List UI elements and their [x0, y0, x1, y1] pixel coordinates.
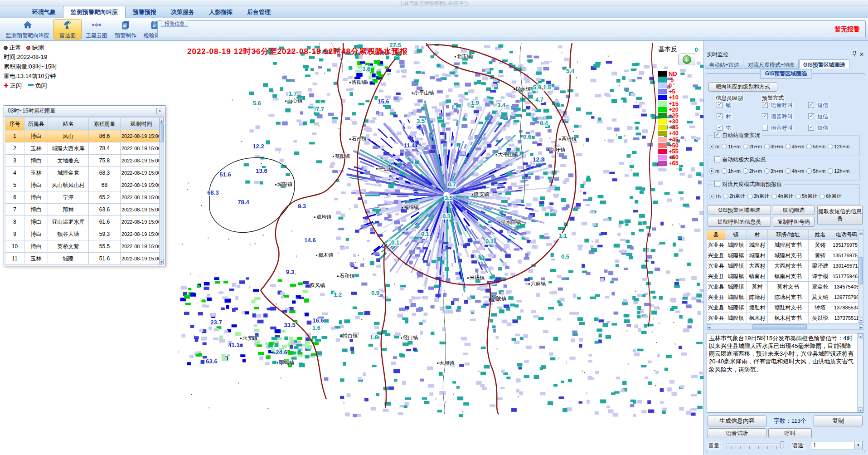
menu-tab-环境气象[interactable]: 环境气象	[25, 6, 63, 18]
rain-table-row[interactable]: 6博白宁潭65.22022-08-19 15:00	[5, 191, 162, 204]
scroll-thumb[interactable]	[858, 257, 863, 284]
checkbox-sms[interactable]	[808, 102, 814, 108]
menu-tab-决策服务[interactable]: 决策服务	[164, 6, 202, 18]
rain-table[interactable]: 序号所属县站名累积雨量观测时间1博白凤山86.62022-08-19 15:00…	[5, 117, 162, 265]
radio-4h累计[interactable]: 4h累计	[771, 193, 793, 200]
checkbox-自动站雨量实况[interactable]	[714, 132, 720, 138]
volume-slider[interactable]	[727, 444, 786, 445]
scroll-up-icon[interactable]: ▲	[858, 333, 863, 338]
contacts-col-header[interactable]: 镇	[725, 230, 747, 240]
radio-3h+m[interactable]: 3h+m	[764, 144, 783, 149]
close-icon[interactable]: ×	[156, 108, 163, 114]
gis-select-button[interactable]: GIS预警区域圈选	[708, 205, 771, 215]
radio-4h+m[interactable]: 4h+m	[786, 144, 805, 149]
radio-4h+m[interactable]: 4h+m	[786, 168, 805, 174]
chevron-down-icon[interactable]: ▼	[854, 442, 862, 449]
rain-col-header[interactable]: 站名	[48, 118, 89, 130]
checkbox-voice-call[interactable]	[762, 102, 768, 108]
rain-table-row[interactable]: 11玉林城隍51.62022-08-19 15:00	[5, 253, 162, 265]
checkbox-自动站极大风实况[interactable]	[714, 157, 720, 162]
warning-message-text[interactable]: 玉林市气象台19日5时15分发布暴雨橙色预警信号：4时以来兴业县城隍大西水库已出…	[707, 333, 863, 413]
scroll-thumb[interactable]	[160, 123, 164, 142]
speed-select[interactable]: 1 ▼	[811, 441, 863, 450]
radio-1h+m[interactable]: 1h+m	[722, 168, 741, 174]
copy-button[interactable]: 复制	[814, 416, 863, 426]
checkbox-sms[interactable]	[808, 125, 814, 131]
checkbox-voice-call[interactable]	[762, 125, 768, 131]
rain-table-vscrollbar[interactable]: ▲ ▼	[159, 117, 164, 264]
rain-table-row[interactable]: 2玉林城隍大西水库78.42022-08-19 15:00	[5, 142, 162, 155]
checkbox-voice-call[interactable]	[762, 113, 768, 119]
contacts-vscrollbar[interactable]: ▲ ▼	[858, 230, 863, 323]
contacts-row[interactable]: 兴业县城隍镇莫村莫村支书覃金乾134575405	[707, 282, 861, 292]
rain-table-row[interactable]: 7博白那林63.62022-08-19 15:00	[5, 204, 162, 216]
radio-5h累计[interactable]: 5h累计	[795, 193, 817, 200]
rain-table-window[interactable]: 03时~15时累积雨量 × 序号所属县站名累积雨量观测时间1博白凤山86.620…	[4, 105, 165, 266]
radio-12h+m[interactable]: 12h+m	[828, 168, 849, 174]
contacts-row[interactable]: 兴业县城隍镇镇南村镇南村支书谭于模1517759461	[707, 271, 861, 282]
contacts-col-header[interactable]: 职务/地址	[768, 230, 809, 240]
menu-tab-后台管理[interactable]: 后台管理	[240, 6, 278, 18]
rain-table-row[interactable]: 4玉林城隍金党68.32022-08-19 15:00	[5, 167, 162, 179]
radio-3h+m[interactable]: 3h+m	[764, 168, 783, 174]
menu-tab-人影指挥[interactable]: 人影指挥	[202, 6, 240, 18]
contacts-row[interactable]: 兴业县城隍镇枫木村枫木村支书吴以悦137375511	[707, 313, 861, 323]
cancel-select-button[interactable]: 取消圈选	[773, 205, 815, 215]
checkbox-镇[interactable]	[717, 102, 723, 108]
radio-1h+m[interactable]: 1h+m	[722, 144, 741, 149]
rain-col-header[interactable]: 观测时间	[121, 118, 162, 130]
pin-icon[interactable]	[851, 51, 858, 58]
contacts-row[interactable]: 兴业县城隍镇城隍村城隍村支书黄铸1351769751	[707, 250, 861, 261]
extract-sms-informers-button[interactable]: 提取发短信的信息员	[817, 205, 863, 225]
checkbox-屯[interactable]	[717, 125, 723, 131]
menu-tab-监测预警靶向叫应[interactable]: 监测预警靶向叫应	[63, 6, 126, 18]
contacts-row[interactable]: 兴业县城隍镇城隍村城隍村支书黄铸1351769751	[707, 240, 861, 250]
radio-5h+m[interactable]: 5h+m	[806, 168, 825, 174]
contacts-col-header[interactable]: 村	[747, 230, 768, 240]
radio-3h累计[interactable]: 3h累计	[747, 193, 769, 200]
checkbox-对流尺度模式降雨预报值[interactable]	[714, 181, 720, 187]
scroll-down-icon[interactable]: ▼	[859, 318, 863, 323]
toolbar-button-雷达图[interactable]: 雷达图	[53, 19, 82, 39]
rain-table-row[interactable]: 9博白顿谷大塘59.32022-08-19 15:00	[5, 228, 162, 240]
generate-message-button[interactable]: 生成信息内容	[708, 416, 766, 426]
rain-table-row[interactable]: 1博白凤山86.62022-08-19 15:00	[5, 130, 162, 142]
rain-table-row[interactable]: 3博白文地姜充75.82022-08-19 15:00	[5, 155, 162, 167]
rain-col-header[interactable]: 序号	[5, 118, 24, 130]
panel-tab-GIS预警区域圈选[interactable]: GIS预警区域圈选	[799, 59, 849, 68]
menu-tab-预警预报[interactable]: 预警预报	[126, 6, 164, 18]
radio-2h累计[interactable]: 2h累计	[723, 193, 745, 200]
voice-preview-button[interactable]: 语音试听	[708, 428, 766, 438]
zoom-in-button[interactable]: ＋	[678, 54, 695, 65]
contacts-row[interactable]: 兴业县城隍镇塘肚村塘肚村支书钟塔137885534	[707, 303, 861, 313]
contacts-col-header[interactable]: 电话号码	[832, 230, 861, 240]
contacts-row[interactable]: 兴业县城隍镇陈塘村陈塘村支书莫文绍139775796	[707, 292, 861, 303]
rain-table-row[interactable]: 10博白英桥文黎55.52022-08-19 15:00	[5, 240, 162, 253]
contacts-table[interactable]: 县镇村职务/地址姓名电话号码兴业县城隍镇城隍村城隍村支书黄铸1351769751…	[707, 230, 861, 323]
radio-2h+m[interactable]: 2h+m	[743, 144, 762, 149]
rain-table-row[interactable]: 5博白凤山镇凤山村682022-08-19 15:00	[5, 179, 162, 191]
rain-table-row[interactable]: 8博白亚山温罗水库61.62022-08-19 15:00	[5, 216, 162, 228]
rain-col-header[interactable]: 所属县	[24, 118, 48, 130]
toolbar-button-监测预警靶向叫应[interactable]: 监测预警靶向叫应	[3, 19, 53, 39]
scroll-up-icon[interactable]: ▲	[859, 230, 863, 235]
radio-m[interactable]: m	[709, 144, 719, 149]
toolbar-button-卫星云图[interactable]: 卫星云图	[82, 19, 111, 39]
rain-window-titlebar[interactable]: 03时~15时累积雨量 ×	[4, 106, 165, 117]
contacts-col-header[interactable]: 县	[707, 230, 725, 240]
contacts-row[interactable]: 兴业县城隍镇大西村大西村支书梁泽建1301495711	[707, 261, 861, 271]
panel-tab-自动站+雷达[interactable]: 自动站+雷达	[705, 60, 743, 69]
radio-6h累计[interactable]: 6h累计	[820, 193, 841, 200]
slider-thumb[interactable]	[780, 441, 784, 448]
radar-map[interactable]: ♀♀♀♀♀♀♀♀♀♀♀♀♀♀♀♀♀♀♀♀♀♀♀♀♀♀♀♀♀♀♀♀♀♀♀♀♀♀♀♀…	[0, 41, 703, 455]
call-button[interactable]: 呼叫	[768, 428, 812, 438]
contacts-col-header[interactable]: 姓名	[809, 230, 832, 240]
toolbar-button-预警制作[interactable]: 预警制作	[112, 19, 140, 39]
checkbox-村[interactable]	[717, 113, 723, 119]
copy-call-numbers-button[interactable]: 复制呼叫号码	[773, 217, 815, 227]
panel-tab-对流尺度模式+地图[interactable]: 对流尺度模式+地图	[744, 60, 799, 69]
scroll-right-icon[interactable]: ▶	[859, 324, 863, 329]
scroll-down-icon[interactable]: ▼	[160, 259, 164, 264]
radio-2h+m[interactable]: 2h+m	[743, 168, 762, 174]
call-level-mode-button[interactable]: 靶向叫应的级别和方式	[708, 82, 777, 92]
